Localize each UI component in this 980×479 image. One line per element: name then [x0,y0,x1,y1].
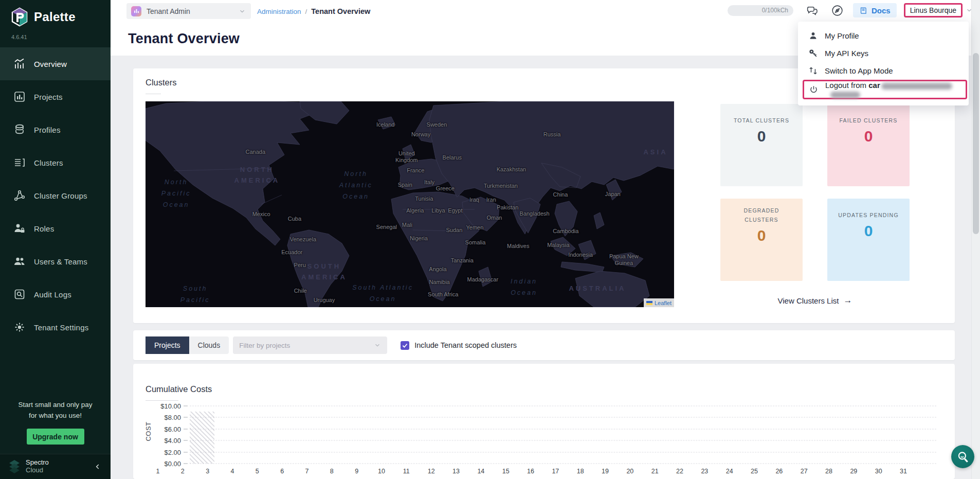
sidebar-item-roles[interactable]: Roles [0,212,111,245]
redacted-text [830,92,860,98]
brand-name: Palette [34,10,76,24]
x-axis-tick: 2 [181,468,185,475]
profiles-icon [13,123,26,136]
world-map[interactable]: IcelandSwedenNorwayRussiaCanadaUnited Ki… [146,101,674,307]
docs-label: Docs [872,6,891,15]
gridline [190,406,936,406]
sidebar-item-label: Audit Logs [34,290,71,299]
x-axis-tick: 12 [428,468,435,475]
tick-mark [184,464,188,464]
content: Clusters [111,56,980,479]
stat-label: TOTAL CLUSTERS [734,116,789,126]
workspace-icon [131,6,141,16]
gridline [190,440,936,441]
sidebar-item-users-teams[interactable]: Users & Teams [0,245,111,278]
checkbox-checked-icon[interactable] [401,341,409,350]
y-axis-tick: $10.00 [160,402,188,410]
upgrade-now-button[interactable]: Upgrade now [27,429,84,445]
chevron-down-icon [374,342,381,349]
x-axis-tick: 8 [330,468,334,475]
audit-logs-icon [13,288,26,300]
clusters-card: Clusters [133,68,955,323]
checkbox-label: Include Tenant scoped clusters [414,341,517,349]
filter-by-projects-select[interactable]: Filter by projects [233,336,387,354]
x-axis-tick: 11 [403,468,410,475]
brand-logo-row: Palette [0,0,111,30]
x-axis-tick: 1 [156,468,160,475]
sidebar-item-profiles[interactable]: Profiles [0,113,111,146]
usage-meter: 0/100kCh [728,5,793,16]
sidebar-item-label: Overview [34,60,67,68]
view-clusters-list-link[interactable]: View Clusters List → [720,295,910,306]
tenant-scoped-checkbox-row[interactable]: Include Tenant scoped clusters [401,341,517,350]
tick-mark [184,406,188,406]
sidebar-item-audit-logs[interactable]: Audit Logs [0,278,111,311]
stat-total-clusters: TOTAL CLUSTERS 0 [720,104,803,186]
sidebar-item-label: Users & Teams [34,257,87,266]
breadcrumb-administration[interactable]: Administration [257,8,301,15]
support-search-fab[interactable] [951,445,974,468]
chat-icon[interactable] [806,4,819,17]
stat-value: 0 [864,222,873,240]
plot-area [190,406,936,464]
tick-mark [184,452,188,452]
app-screen: Palette 4.6.41 Overview Projects [0,0,980,479]
filter-placeholder: Filter by projects [239,342,290,349]
tick-mark [184,440,188,441]
power-icon [809,85,819,95]
x-axis-tick: 26 [775,468,783,475]
chevron-down-icon [239,8,246,15]
x-axis-tick: 30 [875,468,882,475]
sidebar-item-label: Clusters [34,158,63,167]
sidebar-item-clusters[interactable]: Clusters [0,146,111,179]
workspace-selector[interactable]: Tenant Admin [126,3,251,19]
menu-item-my-profile[interactable]: My Profile [798,27,969,44]
user-menu-trigger[interactable]: Linus Bourque [904,3,963,17]
person-icon [808,31,818,41]
sidebar-item-label: Roles [34,224,54,233]
scope-tab[interactable]: Clouds [189,336,229,354]
hatched-placeholder-band [190,412,214,464]
stat-updates-pending: UPDATES PENDING 0 [827,199,910,281]
leaflet-label[interactable]: Leaflet [655,300,672,306]
gridline [190,429,936,429]
stat-value: 0 [757,227,766,244]
x-axis-tick: 22 [676,468,683,475]
x-axis-tick: 23 [701,468,708,475]
gridline [190,417,936,418]
x-axis-tick: 20 [626,468,633,475]
scrollbar[interactable] [971,0,980,479]
scope-tab[interactable]: Projects [146,336,189,354]
promo-line: for what you use! [7,411,103,421]
x-axis-tick: 15 [502,468,510,475]
app-version: 4.6.41 [0,34,111,40]
overview-icon [13,58,26,70]
logout-tenant-prefix: car [868,81,880,90]
y-axis-tick: $8.00 [164,414,188,421]
menu-item-my-api-keys[interactable]: My API Keys [798,44,969,62]
scrollbar-thumb[interactable] [973,53,979,234]
sidebar-item-projects[interactable]: Projects [0,80,111,113]
menu-item-label: My Profile [825,31,859,40]
menu-item-switch-app-mode[interactable]: Switch to App Mode [798,62,969,79]
product-tour-compass-icon[interactable] [831,4,844,17]
stat-value: 0 [864,128,873,145]
menu-item-logout[interactable]: Logout from car [803,80,967,99]
y-axis-tick: $4.00 [164,437,188,445]
stat-failed-clusters: FAILED CLUSTERS 0 [827,104,910,186]
stat-label: DEGRADED CLUSTERS [731,206,792,225]
sidebar-item-overview[interactable]: Overview [0,47,111,80]
x-axis-tick: 4 [231,468,234,475]
x-axis-tick: 17 [552,468,559,475]
users-teams-icon [13,255,26,268]
divider [146,400,178,401]
docs-button[interactable]: Docs [853,3,897,17]
sidebar-collapse-icon[interactable] [94,463,101,470]
arrow-right-icon: → [843,295,852,306]
upgrade-promo: Start small and only pay for what you us… [0,400,111,421]
sidebar-item-cluster-groups[interactable]: Cluster Groups [0,179,111,212]
sidebar-item-label: Cluster Groups [34,191,87,200]
x-axis-tick: 27 [801,468,808,475]
spectro-cloud-wordmark: Spectro Cloud [26,459,49,474]
sidebar-item-tenant-settings[interactable]: Tenant Settings [0,311,111,344]
